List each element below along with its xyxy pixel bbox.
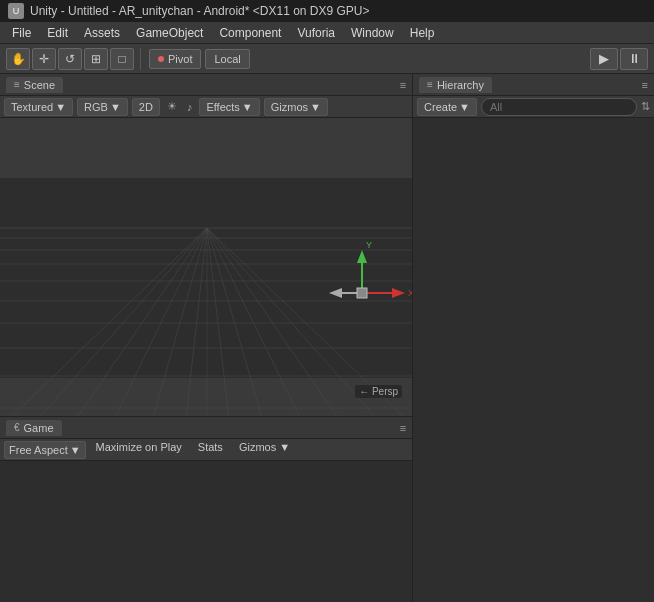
scale-tool-btn[interactable]: ⊞ (84, 48, 108, 70)
toolbar-tools-group: ✋ ✛ ↺ ⊞ □ (6, 48, 141, 70)
aspect-label: Free Aspect (9, 444, 68, 456)
effects-label: Effects (206, 101, 239, 113)
rotate-tool-btn[interactable]: ↺ (58, 48, 82, 70)
hand-tool-btn[interactable]: ✋ (6, 48, 30, 70)
pause-btn[interactable]: ⏸ (620, 48, 648, 70)
maximize-label: Maximize on Play (96, 441, 182, 453)
persp-label[interactable]: ← Persp (355, 385, 402, 398)
game-view: € Game ≡ Free Aspect ▼ Maximize on Play … (0, 417, 412, 602)
gizmos-dropdown[interactable]: Gizmos ▼ (264, 98, 328, 116)
hierarchy-sort-icon[interactable]: ⇅ (641, 100, 650, 113)
play-btn[interactable]: ▶ (590, 48, 618, 70)
menu-help[interactable]: Help (402, 24, 443, 42)
hierarchy-tab-icon: ≡ (427, 79, 433, 90)
scene-canvas[interactable]: Y X ← Persp (0, 118, 412, 416)
menu-file[interactable]: File (4, 24, 39, 42)
game-gizmos-label: Gizmos (239, 441, 276, 453)
aspect-dropdown[interactable]: Free Aspect ▼ (4, 441, 86, 459)
pivot-dot (158, 56, 164, 62)
shading-label: Textured (11, 101, 53, 113)
effects-arrow: ▼ (242, 101, 253, 113)
hierarchy-search-input[interactable] (481, 98, 637, 116)
audio-icon[interactable]: ♪ (184, 101, 196, 113)
title-bar: U Unity - Untitled - AR_unitychan - Andr… (0, 0, 654, 22)
shading-dropdown[interactable]: Textured ▼ (4, 98, 73, 116)
left-panel: ≡ Scene ≡ Textured ▼ RGB ▼ 2D ☀ (0, 74, 413, 602)
stats-btn[interactable]: Stats (192, 441, 229, 459)
game-gizmos-arrow: ▼ (279, 441, 290, 453)
game-gizmos-btn[interactable]: Gizmos ▼ (233, 441, 296, 459)
hierarchy-tab-bar: ≡ Hierarchy ≡ (413, 74, 654, 96)
scene-panel-options[interactable]: ≡ (400, 79, 406, 91)
color-arrow: ▼ (110, 101, 121, 113)
game-panel-options[interactable]: ≡ (400, 422, 406, 434)
aspect-arrow: ▼ (70, 444, 81, 456)
scene-tab-icon: ≡ (14, 79, 20, 90)
game-tab-icon: € (14, 422, 20, 433)
pivot-label: Pivot (168, 53, 192, 65)
scene-grid: Y X (0, 118, 412, 416)
local-btn[interactable]: Local (205, 49, 249, 69)
play-controls: ▶ ⏸ (590, 48, 648, 70)
color-dropdown[interactable]: RGB ▼ (77, 98, 128, 116)
menu-gameobject[interactable]: GameObject (128, 24, 211, 42)
persp-gizmo: ← Persp (355, 385, 402, 398)
2d-label: 2D (139, 101, 153, 113)
game-tab-bar: € Game ≡ (0, 417, 412, 439)
game-canvas[interactable] (0, 461, 412, 602)
game-controls: Free Aspect ▼ Maximize on Play Stats Giz… (0, 439, 412, 461)
svg-text:Y: Y (366, 240, 372, 250)
create-arrow: ▼ (459, 101, 470, 113)
menu-component[interactable]: Component (211, 24, 289, 42)
hierarchy-controls: Create ▼ ⇅ (413, 96, 654, 118)
toolbar: ✋ ✛ ↺ ⊞ □ Pivot Local ▶ ⏸ (0, 44, 654, 74)
light-icon[interactable]: ☀ (164, 100, 180, 113)
hierarchy-tab[interactable]: ≡ Hierarchy (419, 77, 492, 93)
hierarchy-panel-options[interactable]: ≡ (642, 79, 648, 91)
game-tab-label: Game (24, 422, 54, 434)
local-label: Local (214, 53, 240, 65)
scene-tab-label: Scene (24, 79, 55, 91)
scene-tab[interactable]: ≡ Scene (6, 77, 63, 93)
shading-arrow: ▼ (55, 101, 66, 113)
menu-vuforia[interactable]: Vuforia (289, 24, 343, 42)
right-panel: ≡ Hierarchy ≡ Create ▼ ⇅ (413, 74, 654, 602)
menu-bar: File Edit Assets GameObject Component Vu… (0, 22, 654, 44)
create-btn[interactable]: Create ▼ (417, 98, 477, 116)
pivot-btn[interactable]: Pivot (149, 49, 201, 69)
move-tool-btn[interactable]: ✛ (32, 48, 56, 70)
main-content: ≡ Scene ≡ Textured ▼ RGB ▼ 2D ☀ (0, 74, 654, 602)
hierarchy-content[interactable] (413, 118, 654, 602)
title-text: Unity - Untitled - AR_unitychan - Androi… (30, 4, 370, 18)
svg-text:X: X (408, 288, 412, 298)
color-label: RGB (84, 101, 108, 113)
hierarchy-tab-label: Hierarchy (437, 79, 484, 91)
menu-assets[interactable]: Assets (76, 24, 128, 42)
gizmos-label: Gizmos (271, 101, 308, 113)
rect-tool-btn[interactable]: □ (110, 48, 134, 70)
scene-controls: Textured ▼ RGB ▼ 2D ☀ ♪ Effects ▼ Gizmos (0, 96, 412, 118)
scene-tab-bar: ≡ Scene ≡ (0, 74, 412, 96)
hierarchy-view: ≡ Hierarchy ≡ Create ▼ ⇅ (413, 74, 654, 602)
effects-dropdown[interactable]: Effects ▼ (199, 98, 259, 116)
create-label: Create (424, 101, 457, 113)
svg-rect-33 (357, 288, 367, 298)
game-tab[interactable]: € Game (6, 420, 62, 436)
gizmos-arrow: ▼ (310, 101, 321, 113)
2d-btn[interactable]: 2D (132, 98, 160, 116)
stats-label: Stats (198, 441, 223, 453)
menu-window[interactable]: Window (343, 24, 402, 42)
scene-view: ≡ Scene ≡ Textured ▼ RGB ▼ 2D ☀ (0, 74, 412, 417)
maximize-btn[interactable]: Maximize on Play (90, 441, 188, 459)
menu-edit[interactable]: Edit (39, 24, 76, 42)
unity-logo-icon: U (8, 3, 24, 19)
